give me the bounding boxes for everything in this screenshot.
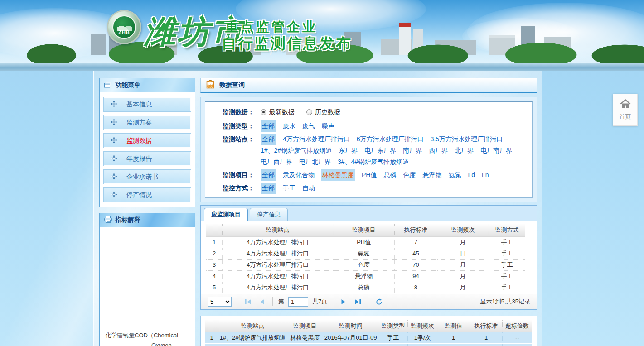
content-wrapper: 功能菜单 基本信息 (93, 71, 542, 346)
cell: 1#、2#锅炉废气排放烟道 (218, 344, 287, 346)
filter-option[interactable]: Ln (482, 169, 489, 181)
sidebar-menu-label: 企业承诺书 (126, 173, 158, 181)
header-cell: 监测频次 (437, 224, 489, 236)
sidebar-menu-item[interactable]: 监测方案 (103, 115, 191, 130)
filter-option[interactable]: 自动 (302, 183, 315, 194)
sidebar-menu-item[interactable]: 基本信息 (103, 97, 191, 112)
table-row: 21#、2#锅炉废气排放烟道汞及化合物2016年07月01日-09手工1季/次0… (205, 344, 532, 346)
cell: 1 (205, 332, 218, 344)
filter-option[interactable]: 6万方污水处理厂排污口 (357, 134, 424, 145)
filter-option[interactable]: PH值 (362, 169, 377, 181)
cell: 70 (395, 259, 437, 270)
table-row: 11#、2#锅炉废气排放烟道林格曼黑度2016年07月01日-09手工1季/次1… (205, 332, 532, 344)
filter-option[interactable]: 全部 (261, 120, 276, 132)
tab-strip: 应监测项目 停产信息 (201, 206, 537, 221)
table-row: 14万方污水处理厂排污口PH值7月手工 (206, 236, 531, 248)
records-summary: 显示1到5,共35记录 (480, 298, 530, 306)
sidebar-menu-item[interactable]: 年度报告 (103, 151, 191, 166)
filter-option[interactable]: 3.5万方污水处理厂排污口 (431, 134, 503, 145)
compass-icon (111, 137, 117, 145)
home-icon (620, 99, 631, 110)
cell: 5 (206, 282, 223, 293)
data-query-header: 数据查询 (200, 78, 537, 93)
cell: 2016年07月01日-09 (323, 344, 378, 346)
radio-icon[interactable] (306, 109, 312, 115)
prev-page-icon[interactable] (257, 297, 267, 307)
filter-option[interactable]: 电厂西厂界 (261, 156, 292, 168)
banner-water-art (0, 63, 644, 71)
sidebar-menu-label: 监测方案 (126, 119, 152, 127)
cell: 手工 (378, 344, 408, 346)
next-page-icon[interactable] (339, 297, 349, 307)
filter-option[interactable]: 全部 (261, 134, 276, 145)
menu-list: 基本信息 监测方案 (100, 92, 195, 207)
cell: 2 (205, 344, 218, 346)
cell: 林格曼黑度 (287, 332, 323, 344)
folder-icon (104, 82, 112, 89)
sidebar-menu-item[interactable]: 监测数据 (103, 133, 191, 148)
filter-option[interactable]: 电厂东厂界 (364, 145, 396, 156)
header-cell: 监测站点 (218, 320, 287, 332)
filter-row-type: 监测类型： 全部废水废气噪声 (223, 120, 524, 132)
tab-shutdown-info[interactable]: 停产信息 (250, 208, 288, 221)
tab-box: 应监测项目 停产信息 监测站点监测项目执行标准监测频次监测方式 14万方污水处理… (200, 205, 537, 310)
compass-icon (111, 173, 117, 181)
filter-option[interactable]: 手工 (283, 183, 295, 194)
filter-option[interactable]: 废气 (302, 120, 315, 132)
header-cell: 监测类型 (378, 320, 408, 332)
filter-option[interactable]: 林格曼黑度 (321, 169, 355, 181)
total-pages: 共7页 (312, 298, 327, 306)
refresh-icon[interactable] (374, 297, 384, 307)
filter-option[interactable]: 总磷 (383, 169, 396, 181)
radio-option[interactable]: 最新数据 (261, 106, 295, 118)
filter-option[interactable]: 汞及化合物 (283, 169, 315, 181)
cell: 8 (395, 282, 437, 293)
filter-option[interactable]: 噪声 (322, 120, 334, 132)
filter-option[interactable]: 南厂界 (403, 145, 422, 156)
filter-option[interactable]: 北厂界 (455, 145, 474, 156)
filter-option[interactable]: 悬浮物 (422, 169, 441, 181)
filter-option[interactable]: 全部 (261, 169, 276, 181)
table-row: 54万方污水处理厂排污口总磷8月手工 (206, 282, 531, 293)
cell: 1 (470, 332, 503, 344)
sidebar-menu-label: 停产情况 (126, 191, 152, 199)
filter-option[interactable]: 电厂南厂界 (480, 145, 512, 156)
radio-icon[interactable] (261, 109, 266, 115)
cell: 3 (206, 259, 223, 270)
filter-option[interactable]: 废水 (283, 120, 295, 132)
cell: 1#、2#锅炉废气排放烟道 (218, 332, 287, 344)
cell: 1季/次 (408, 332, 437, 344)
cell: -- (503, 344, 532, 346)
cell: 45 (395, 248, 437, 259)
first-page-icon[interactable] (243, 297, 253, 307)
cell: 4万方污水处理厂排污口 (223, 282, 333, 293)
filter-option[interactable]: 4万方污水处理厂排污口 (283, 134, 350, 145)
site-subtitle-2: 自行监测信息发布 (222, 34, 352, 54)
filter-option[interactable]: 3#、4#锅炉废气排放烟道 (338, 156, 409, 168)
cell: 1 (206, 236, 223, 248)
page-size-select[interactable]: 5 (208, 297, 232, 307)
filter-option[interactable]: 氨氮 (448, 169, 461, 181)
filter-option[interactable]: 电厂北厂界 (299, 156, 331, 168)
filter-option[interactable]: Ld (468, 169, 475, 181)
cell: 月 (437, 259, 489, 270)
sidebar-menu-item[interactable]: 停产情况 (103, 187, 191, 202)
header-cell: 监测站点 (223, 224, 333, 236)
cell: 手工 (489, 236, 525, 248)
filter-option[interactable]: 东厂界 (339, 145, 358, 156)
printer-icon (104, 216, 112, 224)
page-number-input[interactable] (288, 297, 308, 307)
filter-option[interactable]: 西厂界 (429, 145, 448, 156)
home-button[interactable]: 首页 (613, 94, 638, 126)
last-page-icon[interactable] (353, 297, 363, 307)
radio-option[interactable]: 历史数据 (306, 106, 340, 118)
tab-monitor-items[interactable]: 应监测项目 (204, 208, 248, 221)
sidebar: 功能菜单 基本信息 (99, 78, 195, 346)
filter-option[interactable]: 1#、2#锅炉废气排放烟道 (261, 145, 332, 156)
filter-option[interactable]: 色度 (403, 169, 416, 181)
sidebar-menu-item[interactable]: 企业承诺书 (103, 169, 191, 184)
filter-option[interactable]: 全部 (261, 183, 276, 194)
cell: PH值 (333, 236, 395, 248)
table-row: 24万方污水处理厂排污口氨氮45日手工 (206, 248, 531, 259)
header-cell: 执行标准 (470, 320, 503, 332)
